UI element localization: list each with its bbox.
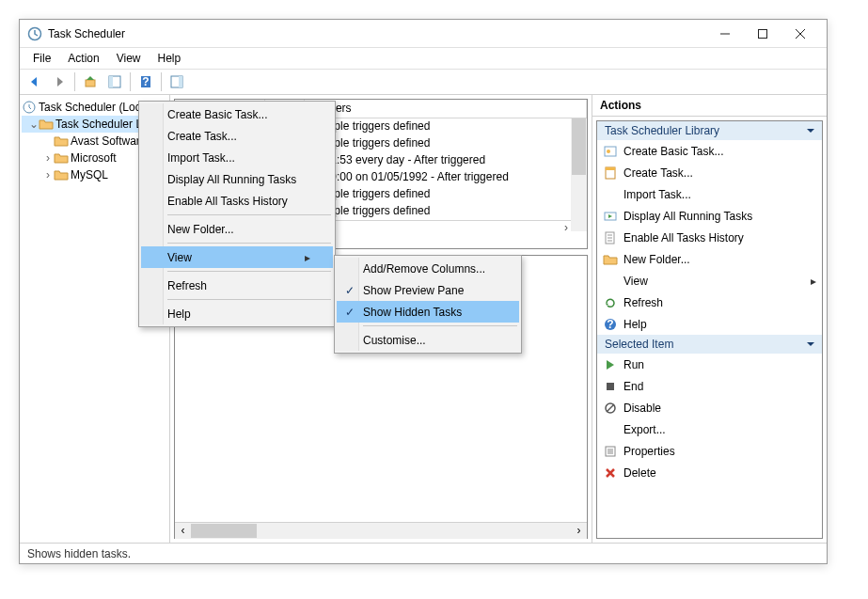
up-button[interactable] [79,71,102,93]
status-text: Shows hidden tasks. [27,547,131,560]
action-import-task[interactable]: Import Task... [597,183,822,205]
collapse-icon [807,342,814,346]
menu-display-running[interactable]: Display All Running Tasks [141,168,333,190]
menu-import-task[interactable]: Import Task... [141,147,333,168]
history-icon [603,230,618,245]
action-create-basic-task[interactable]: Create Basic Task... [597,140,822,162]
separator [130,72,131,91]
menu-show-hidden-tasks[interactable]: ✓Show Hidden Tasks [337,301,519,323]
task-scheduler-window: Task Scheduler File Action View Help ? T… [19,19,828,564]
import-icon [603,187,618,202]
action-export[interactable]: Export... [597,418,822,440]
back-button[interactable] [24,71,46,93]
menu-customise[interactable]: Customise... [337,329,519,351]
context-submenu-view: Add/Remove Columns... ✓Show Preview Pane… [334,255,522,354]
svg-rect-4 [109,76,113,87]
task-icon [603,166,618,181]
column-triggers[interactable]: Triggers [305,100,587,118]
actions-title: Actions [592,95,827,117]
svg-rect-13 [606,167,615,170]
menu-file[interactable]: File [25,50,58,67]
action-display-running[interactable]: Display All Running Tasks [597,205,822,227]
menu-create-basic-task[interactable]: Create Basic Task... [141,103,333,125]
horizontal-scrollbar[interactable]: ‹ › [175,522,587,538]
show-hide-tree-button[interactable] [103,71,126,93]
running-icon [603,209,618,224]
menubar: File Action View Help [20,48,827,69]
menu-enable-history[interactable]: Enable All Tasks History [141,190,333,212]
actions-section-selected[interactable]: Selected Item [597,335,822,354]
stop-icon [603,379,618,394]
action-create-task[interactable]: Create Task... [597,162,822,183]
folder-icon [54,150,69,166]
tree-label: Microsoft [71,151,117,165]
disable-icon [603,401,618,416]
close-button[interactable] [781,21,819,47]
wizard-icon [603,144,618,159]
submenu-arrow-icon: ▸ [286,251,310,264]
minimize-button[interactable] [706,21,744,47]
action-disable[interactable]: Disable [597,397,822,418]
tree-label: MySQL [71,168,108,181]
action-end[interactable]: End [597,375,822,397]
svg-rect-2 [86,80,95,87]
forward-button[interactable] [48,71,71,93]
menu-separator [167,214,331,215]
collapse-icon [807,129,814,133]
expand-icon[interactable]: › [42,151,54,165]
collapse-icon[interactable]: ⌄ [29,118,39,131]
content-area: Task Scheduler (Local) ⌄ Task Scheduler … [20,95,827,543]
menu-new-folder[interactable]: New Folder... [141,218,333,240]
action-refresh[interactable]: Refresh [597,292,822,313]
export-icon [603,422,618,437]
check-icon: ✓ [342,284,357,297]
menu-create-task[interactable]: Create Task... [141,125,333,147]
help-icon: ? [603,317,618,332]
actions-list: Task Scheduler Library Create Basic Task… [596,120,823,539]
status-bar: Shows hidden tasks. [20,543,827,563]
help-button[interactable]: ? [134,71,157,93]
run-icon [603,357,618,372]
menu-view[interactable]: View▸ [141,246,333,268]
svg-rect-8 [179,76,182,87]
menu-help[interactable]: Help [150,50,189,67]
refresh-icon [603,295,618,310]
scroll-right-icon[interactable]: › [571,523,587,539]
action-view[interactable]: View▸ [597,270,822,292]
separator [161,72,162,91]
action-properties[interactable]: Properties [597,440,822,462]
titlebar: Task Scheduler [20,20,827,48]
show-hide-action-button[interactable] [166,71,188,93]
svg-point-11 [607,150,610,153]
scroll-left-icon[interactable]: ‹ [175,523,191,539]
action-enable-history[interactable]: Enable All Tasks History [597,227,822,248]
menu-view[interactable]: View [109,50,149,67]
action-new-folder[interactable]: New Folder... [597,248,822,270]
vertical-scrollbar[interactable] [571,118,587,231]
svg-text:?: ? [142,75,149,88]
properties-icon [603,444,618,459]
svg-rect-18 [607,383,614,390]
delete-icon [603,465,618,481]
action-help[interactable]: ?Help [597,313,822,335]
folder-icon [54,134,69,149]
context-menu: Create Basic Task... Create Task... Impo… [138,101,336,327]
action-delete[interactable]: Delete [597,462,822,483]
actions-section-library[interactable]: Task Scheduler Library [597,121,822,140]
svg-text:?: ? [607,318,613,331]
menu-refresh[interactable]: Refresh [141,275,333,296]
action-run[interactable]: Run [597,354,822,375]
menu-action[interactable]: Action [60,50,106,67]
menu-separator [167,299,331,300]
menu-show-preview-pane[interactable]: ✓Show Preview Pane [337,279,519,301]
window-title: Task Scheduler [48,27,706,40]
expand-icon[interactable]: › [42,168,54,181]
menu-separator [167,271,331,272]
menu-help[interactable]: Help [141,303,333,324]
toolbar: ? [20,69,827,95]
check-icon: ✓ [342,306,357,319]
clock-icon [22,100,37,115]
maximize-button[interactable] [744,21,781,47]
menu-add-remove-columns[interactable]: Add/Remove Columns... [337,258,519,279]
svg-rect-1 [759,29,767,38]
